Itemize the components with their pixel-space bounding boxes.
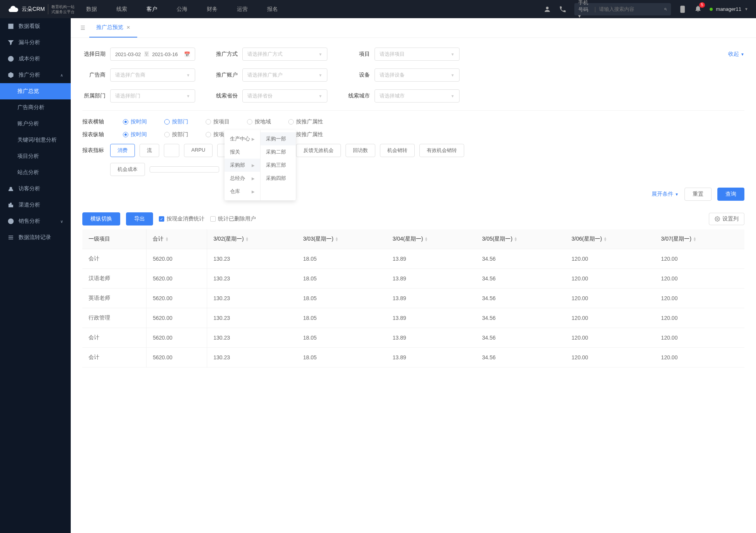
dropdown-item[interactable]: 总经办▶ <box>225 172 260 185</box>
metric-tag[interactable]: 消费 <box>110 144 135 157</box>
nav-item[interactable]: 公海 <box>177 6 187 13</box>
table-cell: 130.23 <box>207 269 297 289</box>
dropdown-item[interactable]: 采购四部 <box>261 172 296 185</box>
notification-bell[interactable]: 5 <box>694 5 702 14</box>
sidebar-item-label: 项目分析 <box>17 153 39 160</box>
radio-option[interactable]: 按时间 <box>123 131 147 138</box>
city-select[interactable]: 请选择城市▼ <box>375 89 460 102</box>
sidebar-item[interactable]: 渠道分析 <box>0 197 71 213</box>
search-icon[interactable] <box>664 6 667 12</box>
method-select[interactable]: 请选择推广方式▼ <box>242 48 327 61</box>
table-cell: 5620.00 <box>146 289 207 308</box>
date-range-input[interactable]: 2021-03-02 至 2021-03-16 📅 <box>110 48 195 61</box>
metric-tag[interactable]: 反馈无效机会 <box>296 144 341 157</box>
dropdown-item[interactable]: 仓库▶ <box>225 185 260 198</box>
province-select[interactable]: 请选择省份▼ <box>242 89 327 102</box>
radio-option[interactable]: 按部门 <box>164 131 188 138</box>
sidebar-item[interactable]: 关键词/创意分析 <box>0 132 71 148</box>
nav-item[interactable]: 运营 <box>237 6 248 13</box>
nav-item[interactable]: 报名 <box>267 6 278 13</box>
cash-stat-checkbox[interactable]: 按现金消费统计 <box>159 215 204 222</box>
table-cell: 会计 <box>82 328 146 348</box>
metric-tag[interactable]: ARPU <box>184 144 213 157</box>
dept-label: 所属部门 <box>82 92 106 99</box>
table-header[interactable]: 3/06(星期一)▲▼ <box>565 229 655 249</box>
sidebar-item[interactable]: 访客分析 <box>0 181 71 197</box>
dept-select[interactable]: 请选择部门▼ <box>110 89 195 102</box>
radio-option[interactable]: 按项目 <box>206 118 230 125</box>
sidebar-item[interactable]: 推广总览 <box>0 83 71 99</box>
metric-tag[interactable]: 回访数 <box>346 144 375 157</box>
reset-button[interactable]: 重置 <box>684 188 712 201</box>
metric-tag[interactable] <box>164 144 179 157</box>
metric-tag[interactable]: 机会销转 <box>380 144 415 157</box>
table-cell: 120.00 <box>565 269 655 289</box>
dropdown-item[interactable]: 报关 <box>225 145 260 159</box>
collapse-button[interactable]: 收起 ▼ <box>728 51 744 58</box>
table-cell: 120.00 <box>565 328 655 348</box>
table-header[interactable]: 3/05(星期一)▲▼ <box>476 229 565 249</box>
advertiser-select[interactable]: 请选择广告商▼ <box>110 68 195 82</box>
tab-promo-overview[interactable]: 推广总预览 ✕ <box>89 18 137 38</box>
sidebar-item[interactable]: 推广分析∧ <box>0 67 71 83</box>
user-icon[interactable] <box>543 5 551 13</box>
sidebar-item[interactable]: 项目分析 <box>0 148 71 164</box>
radio-option[interactable]: 按推广属性 <box>288 118 323 125</box>
metric-tag[interactable]: 流 <box>140 144 159 157</box>
user-menu[interactable]: manager11 ▼ <box>710 6 748 12</box>
table-cell: 120.00 <box>655 269 744 289</box>
tabs-toggle-icon[interactable]: ☰ <box>77 19 89 37</box>
sidebar-item-label: 数据流转记录 <box>19 234 51 241</box>
phone-icon[interactable] <box>559 5 567 13</box>
metric-tag[interactable]: 有效机会销转 <box>419 144 464 157</box>
metric-tag-empty[interactable] <box>150 166 219 173</box>
table-cell: 13.89 <box>387 289 476 308</box>
chevron-down-icon: ▼ <box>186 94 190 98</box>
table-header[interactable]: 一级项目 <box>82 229 146 249</box>
dropdown-item[interactable]: 生产中心▶ <box>225 132 260 145</box>
sidebar-item[interactable]: 账户分析 <box>0 116 71 132</box>
dropdown-item[interactable]: 采购二部 <box>261 145 296 159</box>
sidebar-item[interactable]: 数据流转记录 <box>0 229 71 246</box>
export-button[interactable]: 导出 <box>126 212 153 226</box>
table-header[interactable]: 合计▲▼ <box>146 229 207 249</box>
chevron-down-icon: ▼ <box>318 52 322 56</box>
expand-conditions-button[interactable]: 展开条件 ▼ <box>652 191 679 198</box>
sidebar-item[interactable]: 销售分析∨ <box>0 213 71 229</box>
radio-option[interactable]: 按地域 <box>247 118 271 125</box>
close-icon[interactable]: ✕ <box>126 25 130 30</box>
nav-item[interactable]: 线索 <box>116 6 127 13</box>
sidebar-item[interactable]: 成本分析 <box>0 51 71 67</box>
table-header[interactable]: 3/03(星期一)▲▼ <box>297 229 387 249</box>
nav-item[interactable]: 数据 <box>86 6 97 13</box>
account-select[interactable]: 请选择推广账户▼ <box>242 68 327 82</box>
table-cell: 130.23 <box>207 328 297 348</box>
set-columns-button[interactable]: 设置列 <box>709 213 744 225</box>
query-button[interactable]: 查询 <box>717 188 744 201</box>
deleted-user-checkbox[interactable]: 统计已删除用户 <box>210 215 256 222</box>
search-input[interactable] <box>599 6 664 12</box>
device-select[interactable]: 请选择设备▼ <box>375 68 460 82</box>
sidebar-item[interactable]: 广告商分析 <box>0 99 71 116</box>
dropdown-item[interactable]: 采购一部 <box>261 132 296 145</box>
switch-axes-button[interactable]: 横纵切换 <box>82 212 120 226</box>
mobile-icon[interactable] <box>679 5 686 13</box>
dropdown-item[interactable]: 采购三部 <box>261 159 296 172</box>
radio-option[interactable]: 按时间 <box>123 118 147 125</box>
logo[interactable]: 云朵CRM 教育机构一站式服务云平台 <box>8 4 75 15</box>
table-header[interactable]: 3/07(星期一)▲▼ <box>655 229 744 249</box>
sidebar-item[interactable]: 站点分析 <box>0 164 71 181</box>
dropdown-item[interactable]: 采购部▶ <box>225 159 260 172</box>
sidebar-item[interactable]: 数据看版 <box>0 18 71 34</box>
table-cell: 13.89 <box>387 308 476 328</box>
search-type-select[interactable]: 手机号码 ▾ <box>578 0 591 19</box>
table-header[interactable]: 3/02(星期一)▲▼ <box>207 229 297 249</box>
nav-item[interactable]: 客户 <box>146 6 157 13</box>
account-label: 推广账户 <box>215 72 238 79</box>
nav-item[interactable]: 财务 <box>207 6 218 13</box>
metric-tag-cost[interactable]: 机会成本 <box>110 163 145 176</box>
project-select[interactable]: 请选择项目▼ <box>375 48 460 61</box>
radio-option[interactable]: 按部门 <box>164 118 188 125</box>
sidebar-item[interactable]: 漏斗分析 <box>0 34 71 51</box>
table-header[interactable]: 3/04(星期一)▲▼ <box>387 229 476 249</box>
